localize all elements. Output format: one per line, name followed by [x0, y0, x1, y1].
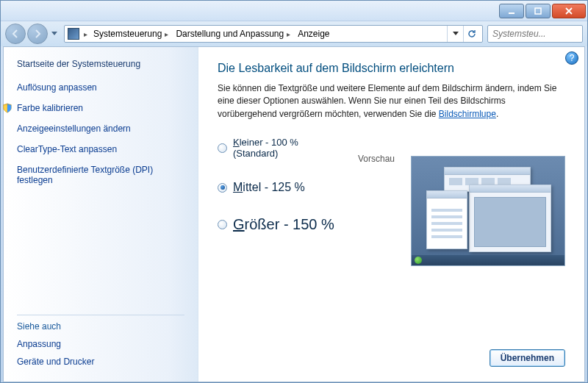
forward-button[interactable]	[27, 24, 48, 44]
preview-window-icon	[426, 190, 467, 249]
breadcrumb-label: Systemsteuerung	[93, 29, 162, 39]
arrow-left-icon	[10, 29, 21, 39]
task-custom-dpi[interactable]: Benutzerdefinierte Textgröße (DPI) festl…	[17, 165, 184, 185]
titlebar	[1, 1, 587, 21]
task-adjust-cleartype[interactable]: ClearType-Text anpassen	[17, 144, 184, 154]
task-calibrate-color[interactable]: Farbe kalibrieren	[17, 103, 184, 113]
address-row: ▸ Systemsteuerung ▸ Darstellung und Anpa…	[1, 21, 587, 46]
sidebar: Startseite der Systemsteuerung Auflösung…	[4, 47, 198, 382]
breadcrumb-label: Anzeige	[298, 29, 329, 39]
main-panel: ? Die Lesbarkeit auf dem Bildschirm erle…	[198, 47, 584, 382]
control-panel-icon	[68, 28, 79, 40]
magnifier-link[interactable]: Bildschirmlupe	[439, 109, 496, 119]
size-options: Kleiner - 100 % (Standard) Vorschau Mitt…	[218, 137, 565, 266]
chevron-right-icon: ▸	[285, 30, 292, 38]
search-input[interactable]	[491, 28, 588, 40]
preview-window-icon	[469, 185, 551, 252]
task-label: Auflösung anpassen	[17, 82, 97, 93]
task-label: Farbe kalibrieren	[17, 103, 83, 113]
preview-image	[411, 156, 565, 266]
close-icon	[564, 7, 573, 15]
help-button[interactable]: ?	[565, 51, 578, 65]
see-also-devices-printers[interactable]: Geräte und Drucker	[17, 357, 184, 367]
refresh-icon	[467, 29, 477, 39]
see-also-personalization[interactable]: Anpassung	[17, 339, 184, 349]
task-label: Anzeigeeinstellungen ändern	[17, 124, 131, 134]
svg-rect-0	[509, 12, 514, 14]
control-panel-window: ▸ Systemsteuerung ▸ Darstellung und Anpa…	[0, 0, 588, 383]
address-bar[interactable]: ▸ Systemsteuerung ▸ Darstellung und Anpa…	[64, 25, 483, 43]
apply-button[interactable]: Übernehmen	[490, 349, 565, 367]
shield-icon	[2, 103, 12, 113]
radio-smaller[interactable]: Kleiner - 100 % (Standard)	[218, 137, 337, 159]
minimize-icon	[507, 7, 516, 15]
breadcrumb-anzeige[interactable]: Anzeige	[296, 26, 331, 42]
maximize-button[interactable]	[526, 4, 551, 18]
search-box[interactable]	[487, 25, 583, 43]
radio-label: Kleiner - 100 % (Standard)	[233, 137, 337, 159]
see-also-header: Siehe auch	[17, 315, 184, 332]
control-panel-home-link[interactable]: Startseite der Systemsteuerung	[17, 59, 184, 69]
content-body: Startseite der Systemsteuerung Auflösung…	[3, 46, 585, 382]
radio-label: Größer - 150 %	[233, 216, 334, 233]
minimize-button[interactable]	[499, 4, 524, 18]
arrow-right-icon	[32, 29, 43, 39]
back-button[interactable]	[5, 24, 26, 44]
page-description: Sie können die Textgröße und weitere Ele…	[218, 82, 565, 121]
breadcrumb-systemsteuerung[interactable]: Systemsteuerung ▸	[92, 26, 171, 42]
task-label: ClearType-Text anpassen	[17, 144, 117, 154]
page-title: Die Lesbarkeit auf dem Bildschirm erleic…	[218, 62, 565, 75]
desc-text-end: .	[496, 109, 498, 119]
chevron-right-icon: ▸	[163, 30, 170, 38]
task-label: Benutzerdefinierte Textgröße (DPI) festl…	[17, 165, 184, 185]
nav-buttons	[5, 24, 60, 44]
nav-history-dropdown[interactable]	[49, 27, 60, 40]
radio-icon	[218, 220, 227, 229]
task-change-display-settings[interactable]: Anzeigeeinstellungen ändern	[17, 124, 184, 134]
preview-label: Vorschau	[358, 154, 395, 164]
chevron-down-icon	[453, 32, 459, 36]
radio-medium[interactable]: Mittel - 125 %	[218, 181, 395, 194]
svg-rect-1	[535, 8, 541, 14]
desc-text: Sie können die Textgröße und weitere Ele…	[218, 83, 556, 119]
breadcrumb-darstellung[interactable]: Darstellung und Anpassung ▸	[174, 26, 293, 42]
maximize-icon	[534, 7, 542, 15]
radio-icon	[218, 143, 227, 153]
close-button[interactable]	[552, 4, 586, 18]
radio-larger[interactable]: Größer - 150 %	[218, 216, 395, 233]
radio-label: Mittel - 125 %	[233, 181, 305, 194]
breadcrumb-label: Darstellung und Anpassung	[176, 29, 284, 39]
chevron-down-icon	[51, 32, 57, 36]
radio-icon	[218, 183, 227, 193]
task-adjust-resolution[interactable]: Auflösung anpassen	[17, 82, 184, 93]
address-dropdown-button[interactable]	[447, 26, 463, 42]
chevron-right-icon: ▸	[82, 30, 89, 38]
preview-taskbar-icon	[412, 255, 564, 265]
refresh-button[interactable]	[463, 26, 479, 42]
